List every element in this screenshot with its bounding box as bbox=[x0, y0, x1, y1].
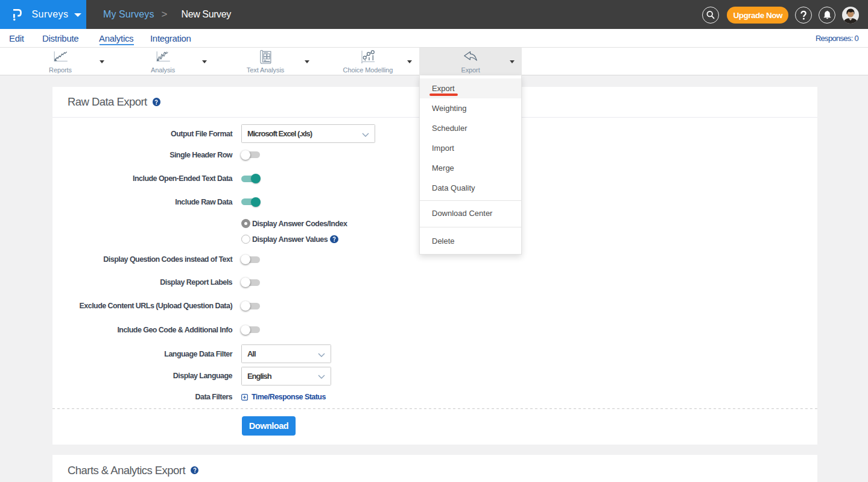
menu-item-delete[interactable]: Delete bbox=[420, 231, 521, 251]
toolbar-item-label: Reports bbox=[9, 66, 112, 74]
dashed-divider bbox=[52, 408, 817, 409]
tab-distribute[interactable]: Distribute bbox=[42, 29, 78, 47]
text-analysis-magazine-icon bbox=[214, 51, 317, 64]
language-data-filter-row: Language Data Filter All bbox=[52, 344, 817, 363]
menu-item-export[interactable]: Export bbox=[420, 78, 521, 98]
search-icon bbox=[706, 10, 715, 20]
chevron-down-icon bbox=[318, 375, 325, 379]
field-label: Include Geo Code & Additional Info bbox=[52, 326, 232, 334]
display-question-codes-toggle[interactable] bbox=[241, 256, 260, 263]
toolbar-item-reports[interactable]: Reports bbox=[9, 48, 112, 75]
menu-separator bbox=[420, 200, 521, 201]
toggle-knob bbox=[251, 197, 261, 207]
menu-item-label: Delete bbox=[432, 236, 455, 246]
field-control: Display Answer Values bbox=[241, 235, 338, 244]
topbar-actions: Upgrade Now bbox=[702, 1, 859, 30]
time-response-status-link[interactable]: Time/Response Status bbox=[241, 393, 326, 401]
select-value: English bbox=[247, 372, 271, 381]
upgrade-now-button[interactable]: Upgrade Now bbox=[727, 7, 788, 24]
single-header-row-toggle[interactable] bbox=[241, 151, 260, 158]
charts-analytics-export-card: Charts & Analytics Export bbox=[52, 455, 817, 482]
field-label: Include Open-Ended Text Data bbox=[52, 174, 232, 183]
field-control bbox=[241, 256, 260, 263]
breadcrumb: My Surveys > New Survey bbox=[103, 0, 231, 29]
export-dropdown-caret-icon[interactable] bbox=[510, 60, 515, 63]
toggle-knob bbox=[241, 255, 250, 264]
display-language-select[interactable]: English bbox=[241, 367, 331, 385]
toolbar-item-text-analysis[interactable]: Text Analysis bbox=[214, 48, 317, 75]
field-control bbox=[241, 151, 260, 158]
toolbar-item-export[interactable]: Export bbox=[419, 48, 522, 75]
reports-line-chart-icon bbox=[9, 51, 112, 62]
breadcrumb-my-surveys[interactable]: My Surveys bbox=[103, 9, 154, 20]
menu-item-download-center[interactable]: Download Center bbox=[420, 203, 521, 223]
menu-item-weighting[interactable]: Weighting bbox=[420, 98, 521, 118]
search-button[interactable] bbox=[702, 7, 719, 24]
toggle-knob bbox=[241, 150, 250, 160]
menu-item-label: Download Center bbox=[432, 209, 492, 218]
field-label: Single Header Row bbox=[52, 151, 232, 159]
menu-item-scheduler[interactable]: Scheduler bbox=[420, 118, 521, 138]
output-file-format-select[interactable]: Microsoft Excel (.xls) bbox=[241, 124, 375, 143]
display-answer-codes-radio[interactable] bbox=[241, 219, 250, 228]
breadcrumb-current: New Survey bbox=[182, 9, 231, 20]
field-label: Display Language bbox=[52, 372, 232, 380]
exclude-content-urls-toggle[interactable] bbox=[241, 303, 260, 309]
question-mark-icon bbox=[332, 236, 337, 242]
choice-modelling-dropdown-caret-icon[interactable] bbox=[407, 60, 412, 63]
help-button[interactable] bbox=[795, 7, 812, 24]
display-report-labels-toggle[interactable] bbox=[241, 279, 260, 286]
field-control bbox=[241, 279, 260, 286]
include-open-ended-toggle[interactable] bbox=[241, 176, 260, 182]
product-switcher[interactable]: Surveys bbox=[0, 0, 86, 29]
toolbar-item-analysis[interactable]: Analysis bbox=[112, 48, 214, 75]
field-control: Microsoft Excel (.xls) bbox=[241, 124, 375, 143]
question-mark-icon bbox=[154, 100, 159, 105]
menu-item-data-quality[interactable]: Data Quality bbox=[420, 178, 521, 198]
charts-export-help-icon[interactable] bbox=[191, 466, 199, 475]
responses-count[interactable]: Responses: 0 bbox=[816, 29, 858, 47]
top-header-bar: Surveys My Surveys > New Survey Upgrade … bbox=[0, 0, 868, 29]
include-geo-code-row: Include Geo Code & Additional Info bbox=[52, 321, 817, 339]
radio-label: Display Answer Values bbox=[252, 235, 328, 244]
field-control bbox=[241, 176, 260, 182]
text-analysis-dropdown-caret-icon[interactable] bbox=[305, 60, 309, 63]
raw-data-export-help-icon[interactable] bbox=[153, 98, 161, 106]
tab-integration[interactable]: Integration bbox=[150, 29, 191, 47]
user-avatar[interactable] bbox=[842, 7, 859, 24]
data-filters-row: Data Filters Time/Response Status bbox=[52, 388, 817, 406]
field-control: Display Answer Codes/Index bbox=[241, 219, 347, 228]
field-label: Exclude Content URLs (Upload Question Da… bbox=[52, 302, 232, 310]
menu-item-label: Export bbox=[432, 84, 455, 93]
field-label: Include Raw Data bbox=[52, 198, 232, 206]
question-mark-icon bbox=[799, 10, 808, 21]
menu-item-label: Data Quality bbox=[432, 183, 475, 192]
language-data-filter-select[interactable]: All bbox=[241, 344, 331, 363]
card-header: Charts & Analytics Export bbox=[52, 455, 817, 482]
notifications-button[interactable] bbox=[819, 7, 835, 24]
download-button[interactable]: Download bbox=[242, 416, 296, 436]
link-label: Time/Response Status bbox=[252, 393, 326, 401]
tab-edit[interactable]: Edit bbox=[9, 29, 24, 47]
menu-item-merge[interactable]: Merge bbox=[420, 158, 521, 178]
field-label: Output File Format bbox=[52, 130, 232, 138]
export-arrow-icon bbox=[419, 51, 522, 62]
menu-item-label: Merge bbox=[432, 163, 454, 173]
product-caret-icon bbox=[74, 13, 81, 17]
menu-item-import[interactable]: Import bbox=[420, 138, 521, 158]
card-title: Charts & Analytics Export bbox=[68, 464, 185, 477]
menu-item-label: Weighting bbox=[432, 104, 467, 113]
reports-dropdown-caret-icon[interactable] bbox=[100, 60, 104, 63]
field-control bbox=[241, 303, 260, 309]
toolbar-item-choice-modelling[interactable]: Choice Modelling bbox=[317, 48, 419, 75]
answer-values-help-icon[interactable] bbox=[330, 235, 338, 244]
display-answer-values-radio[interactable] bbox=[241, 235, 250, 244]
select-value: Microsoft Excel (.xls) bbox=[247, 129, 312, 138]
include-raw-data-toggle[interactable] bbox=[241, 198, 260, 205]
include-geo-code-toggle[interactable] bbox=[241, 326, 260, 333]
tab-analytics[interactable]: Analytics bbox=[99, 29, 133, 47]
question-mark-icon bbox=[192, 468, 197, 473]
analysis-dropdown-caret-icon[interactable] bbox=[202, 60, 207, 63]
field-control: All bbox=[241, 344, 331, 363]
breadcrumb-separator: > bbox=[162, 8, 168, 21]
